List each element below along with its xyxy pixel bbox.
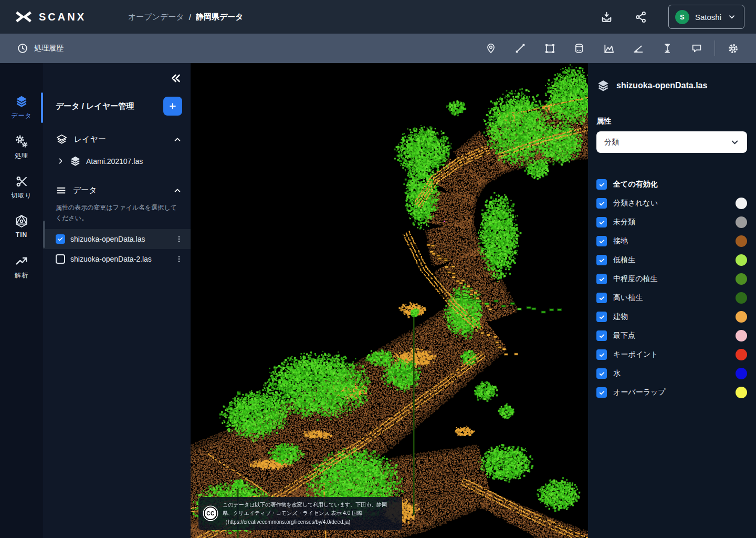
settings-tool[interactable] xyxy=(718,37,748,60)
plus-icon xyxy=(168,101,177,111)
color-swatch xyxy=(736,235,747,247)
checkbox-checked[interactable] xyxy=(596,312,607,322)
class-row: 建物 xyxy=(596,307,747,326)
rail-item-processing[interactable]: 処理 xyxy=(0,129,43,169)
checkbox-checked[interactable] xyxy=(596,293,607,303)
chevron-up-icon[interactable] xyxy=(173,186,182,195)
layers-icon xyxy=(14,94,29,109)
comment-tool[interactable] xyxy=(682,37,711,60)
layers-icon xyxy=(596,79,610,92)
chevron-right-icon xyxy=(57,157,65,165)
breadcrumb-separator: / xyxy=(189,13,191,22)
kebab-icon xyxy=(175,234,183,244)
checkbox-checked[interactable] xyxy=(596,349,607,360)
class-label: 中程度の植生 xyxy=(613,274,657,284)
location-pin-tool[interactable] xyxy=(476,37,506,60)
class-label: キーポイント xyxy=(613,350,658,359)
checkbox-checked[interactable] xyxy=(596,387,607,398)
measure-height-tool[interactable] xyxy=(653,37,682,60)
tin-mesh-icon xyxy=(14,213,29,229)
attribute-label: 属性 xyxy=(596,117,747,126)
user-name: Satoshi xyxy=(695,13,721,22)
clock-icon xyxy=(17,43,28,54)
class-row: キーポイント xyxy=(596,345,747,364)
comment-icon xyxy=(691,43,702,54)
app-window: SCANX オープンデータ / 静岡県データ S xyxy=(0,0,756,538)
file-menu-button[interactable] xyxy=(175,234,183,244)
checkbox-checked[interactable] xyxy=(56,234,65,244)
class-row: 水 xyxy=(596,364,747,383)
rail-item-crop[interactable]: 切取り xyxy=(0,169,43,209)
share-button[interactable] xyxy=(634,11,647,24)
layer-panel: データ / レイヤー管理 レイヤー xyxy=(43,63,191,538)
file-menu-button[interactable] xyxy=(175,254,183,264)
rail-item-analysis[interactable]: 解析 xyxy=(0,249,43,289)
measure-angle-tool[interactable] xyxy=(623,37,653,60)
layers-outline-icon xyxy=(56,133,68,146)
scanx-logo: SCANX xyxy=(15,11,86,23)
double-chevron-left-icon xyxy=(170,72,182,85)
collapse-panel-button[interactable] xyxy=(170,71,182,85)
checkbox-unchecked[interactable] xyxy=(56,254,65,264)
measure-polygon-tool[interactable] xyxy=(535,37,564,60)
class-row: 分類されない xyxy=(596,194,747,213)
layer-item-atami[interactable]: Atami.202107.las xyxy=(56,155,182,167)
rail-item-tin[interactable]: TIN xyxy=(0,209,43,249)
measure-line-icon xyxy=(514,43,526,54)
user-menu[interactable]: S Satoshi xyxy=(668,5,744,29)
kebab-icon xyxy=(175,254,183,264)
checkbox-checked[interactable] xyxy=(596,330,607,341)
panel-title: データ / レイヤー管理 xyxy=(56,101,134,111)
class-row: 接地 xyxy=(596,232,747,251)
checkbox-checked[interactable] xyxy=(596,179,607,190)
gear-icon xyxy=(727,43,739,55)
checkbox-checked[interactable] xyxy=(596,274,607,284)
layers-icon xyxy=(69,155,81,167)
rail-item-data[interactable]: データ xyxy=(0,89,43,129)
attribute-dropdown[interactable]: 分類 xyxy=(596,131,747,153)
checkbox-checked[interactable] xyxy=(596,236,607,246)
checkbox-checked[interactable] xyxy=(596,198,607,209)
color-swatch xyxy=(736,254,747,266)
classification-list: 全ての有効化 分類されない 未分類 接地 xyxy=(596,175,747,402)
chevron-up-icon[interactable] xyxy=(173,135,182,144)
scrollbar-thumb[interactable] xyxy=(43,221,45,248)
download-button[interactable] xyxy=(600,11,613,24)
avatar: S xyxy=(675,10,689,24)
point-cloud-canvas[interactable] xyxy=(191,63,588,538)
file-row-shizuoka-2[interactable]: shizuoka-openData-2.las xyxy=(43,249,191,269)
class-row: 高い植生 xyxy=(596,288,747,307)
layers-section-header[interactable]: レイヤー xyxy=(56,133,182,146)
gears-icon xyxy=(14,133,29,149)
data-section-header[interactable]: データ xyxy=(56,185,182,196)
checkbox-checked[interactable] xyxy=(596,255,607,265)
history-button[interactable]: 処理履歴 xyxy=(17,43,64,54)
file-row-shizuoka[interactable]: shizuoka-openData.las xyxy=(43,229,191,249)
download-icon xyxy=(600,11,613,24)
class-label: 高い植生 xyxy=(613,293,643,303)
color-swatch xyxy=(736,349,747,360)
trend-up-icon xyxy=(15,253,28,269)
breadcrumb-parent[interactable]: オープンデータ xyxy=(128,12,184,22)
volume-cylinder-tool[interactable] xyxy=(564,37,594,60)
scanx-logo-icon xyxy=(15,11,33,23)
tool-group xyxy=(476,37,748,60)
class-label: 最下点 xyxy=(613,331,635,340)
layers-section-label: レイヤー xyxy=(74,134,106,144)
cross-section-tool[interactable] xyxy=(594,37,623,60)
attribute-panel-title: shizuoka-openData.las xyxy=(616,81,707,90)
cross-section-icon xyxy=(603,43,615,55)
measure-polygon-icon xyxy=(544,43,556,55)
add-data-button[interactable] xyxy=(163,97,182,116)
checkbox-checked[interactable] xyxy=(596,368,607,379)
history-label: 処理履歴 xyxy=(34,44,64,53)
class-label: オーバーラップ xyxy=(613,388,666,397)
color-swatch xyxy=(736,216,747,228)
class-label: 接地 xyxy=(613,236,628,246)
measure-line-tool[interactable] xyxy=(506,37,535,60)
color-swatch xyxy=(736,292,747,304)
module-rail: データ 処理 xyxy=(0,63,43,538)
checkbox-checked[interactable] xyxy=(596,217,607,227)
class-row: 未分類 xyxy=(596,213,747,232)
volume-cylinder-icon xyxy=(573,43,585,54)
